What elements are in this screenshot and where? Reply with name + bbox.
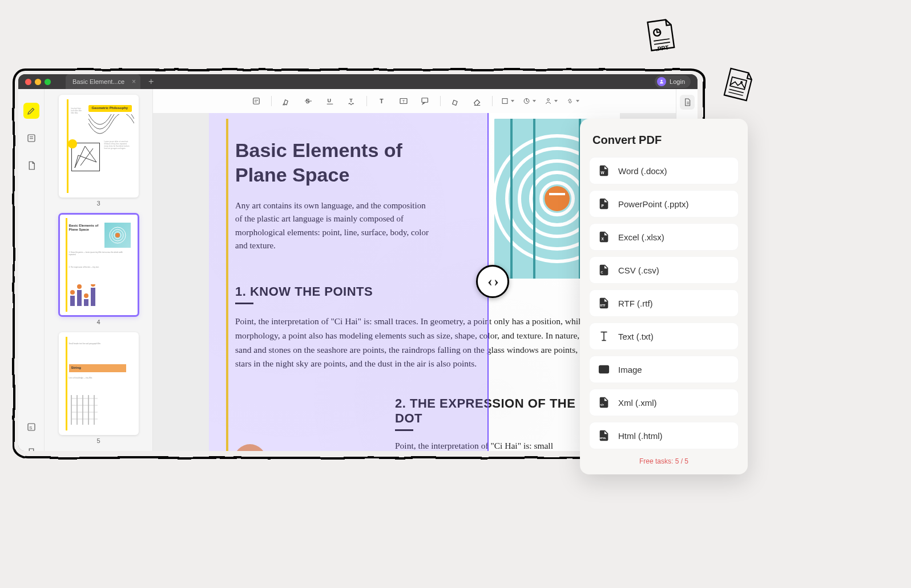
titlebar: Basic Element...ce × + Login [18,74,698,89]
maximize-window-button[interactable] [45,79,51,85]
page-intro: Any art contains its own language, and t… [235,199,429,252]
svg-rect-19 [253,98,260,104]
svg-rect-37 [549,193,565,195]
word-icon: W [598,164,610,177]
thumbnail-panel[interactable]: Geometric Philosophy Lorem ipsum dolor s… [45,89,153,451]
decorative-dot [234,444,266,451]
convert-panel-toggle[interactable] [680,95,695,110]
svg-text:</>: </> [600,404,604,406]
svg-text:W: W [601,171,605,175]
close-window-button[interactable] [25,79,31,85]
login-label: Login [670,78,685,85]
thumbnail-page-number: 4 [96,319,100,325]
textbox-button[interactable]: T [397,94,410,108]
section2-heading: 2. THE EXPRESSION OF THE DOT [395,396,597,431]
option-label: CSV (.csv) [618,265,659,275]
format-toolbar: S U T T T [153,89,676,113]
svg-point-18 [91,284,95,287]
page-thumbnail-4[interactable]: Basic Elements of Plane Space 1. Know th… [59,214,139,316]
powerpoint-icon: P [598,198,610,210]
convert-html-option[interactable]: HTML Html (.html) [589,422,739,449]
strikethrough-button[interactable]: S [301,94,315,108]
text-button[interactable]: T [375,94,389,108]
document-page: Basic Elements of Plane Space Any art co… [209,113,620,451]
split-drag-handle[interactable] [476,265,509,298]
document-tab[interactable]: Basic Element...ce × [66,74,140,89]
svg-rect-12 [77,290,82,306]
callout-button[interactable] [418,94,432,108]
convert-xml-option[interactable]: </> Xml (.xml) [589,389,739,416]
excel-icon: X [598,231,610,243]
svg-point-10 [115,233,120,237]
option-label: Excel (.xlsx) [618,232,664,242]
login-button[interactable]: Login [655,75,691,88]
image-icon [598,363,610,376]
left-tool-rail: S [18,89,45,451]
link-dropdown[interactable] [566,94,579,108]
thumbnail-page-number: 3 [96,200,100,207]
convert-powerpoint-option[interactable]: P PowerPoint (.pptx) [589,190,739,218]
page-thumbnail-3[interactable]: Geometric Philosophy Lorem ipsum dolor s… [59,95,139,198]
section1-body: Point, the interpretation of "Ci Hai" is… [235,315,597,371]
svg-point-16 [77,284,82,289]
svg-text:RTF: RTF [600,304,606,307]
svg-text:T: T [349,98,353,103]
svg-rect-26 [422,98,428,103]
option-label: Text (.txt) [618,332,654,341]
new-tab-button[interactable]: + [145,76,157,87]
window-controls [25,79,51,85]
thumbnail-item: Small header text line and paragraph fil… [59,332,139,444]
squiggly-button[interactable]: T [345,94,358,108]
svg-rect-13 [84,299,88,306]
convert-panel-title: Convert PDF [592,134,735,147]
shape-dropdown[interactable] [501,94,514,108]
xml-icon: </> [598,396,610,409]
convert-rtf-option[interactable]: RTF RTF (.rtf) [589,289,739,317]
option-label: RTF (.rtf) [618,299,653,308]
stamp-dropdown[interactable] [522,94,536,108]
convert-excel-option[interactable]: X Excel (.xlsx) [589,223,739,251]
minimize-window-button[interactable] [35,79,41,85]
convert-pdf-panel: Convert PDF W Word (.docx) P PowerPoint … [580,119,748,474]
convert-csv-option[interactable]: C CSV (.csv) [589,256,739,284]
convert-image-option[interactable]: Image [589,356,739,383]
csv-icon: C [598,264,610,276]
bookmark-tool[interactable] [23,444,39,451]
section1-heading: 1. KNOW THE POINTS [235,284,597,304]
svg-point-17 [84,293,88,298]
page-title: Basic Elements of Plane Space [235,138,441,187]
note-button[interactable] [249,94,263,108]
svg-text:C: C [601,271,603,274]
svg-rect-14 [91,288,95,306]
thumbnail-item: Basic Elements of Plane Space 1. Know th… [59,214,139,325]
page-tool[interactable] [23,158,39,174]
svg-point-36 [545,186,570,211]
section2-body: Point, the interpretation of "Ci Hai" is… [395,439,597,451]
svg-text:.PPT: .PPT [655,44,669,52]
highlighter-tool[interactable] [23,103,39,119]
svg-text:X: X [601,237,604,241]
svg-text:T: T [402,99,405,104]
signature-dropdown[interactable] [544,94,558,108]
tab-title: Basic Element...ce [72,78,124,85]
svg-point-29 [547,99,550,101]
close-tab-button[interactable]: × [132,78,136,86]
underline-button[interactable]: U [323,94,337,108]
highlight-button[interactable] [280,94,293,108]
ppt-doodle-icon: .PPT [643,15,679,55]
image-doodle-icon [720,65,757,105]
option-label: Html (.html) [618,431,663,441]
svg-rect-11 [70,296,75,306]
convert-options-list: W Word (.docx) P PowerPoint (.pptx) X Ex… [589,157,739,449]
page-thumbnail-5[interactable]: Small header text line and paragraph fil… [59,332,139,435]
ocr-tool[interactable]: S [23,419,39,435]
convert-text-option[interactable]: Text (.txt) [589,323,739,350]
text-annotate-tool[interactable] [23,130,39,146]
html-icon: HTML [598,429,610,442]
text-icon [598,330,610,343]
eraser-button[interactable] [470,94,484,108]
pen-button[interactable] [449,94,462,108]
page-accent-strip [226,119,228,451]
convert-word-option[interactable]: W Word (.docx) [589,157,739,184]
svg-point-15 [70,290,75,295]
